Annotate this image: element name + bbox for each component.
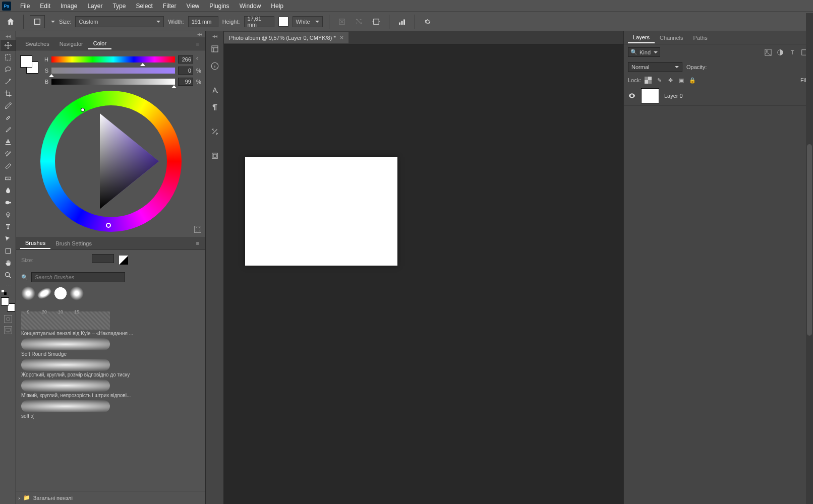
dodge-tool[interactable]: [1, 197, 16, 208]
tool-preset-button[interactable]: [30, 15, 45, 28]
hue-slider[interactable]: [51, 56, 175, 62]
lock-transparency-icon[interactable]: [644, 76, 652, 84]
paragraph-icon[interactable]: [207, 100, 222, 115]
document-tab[interactable]: Photo album @ 9,57% (Layer 0, CMYK/8) * …: [224, 32, 349, 43]
artboard-icon[interactable]: [207, 148, 222, 163]
bri-slider[interactable]: [51, 79, 175, 85]
blend-mode-dropdown[interactable]: Normal: [628, 62, 682, 72]
layers-tab[interactable]: Layers: [628, 32, 655, 43]
navigator-tab[interactable]: Navigator: [54, 39, 88, 49]
gear-icon[interactable]: [421, 15, 434, 28]
shape-tool[interactable]: [1, 245, 16, 257]
bri-value[interactable]: 99: [178, 78, 193, 86]
fill-dropdown[interactable]: White: [293, 16, 323, 27]
brush-list-item[interactable]: soft :(: [21, 400, 200, 419]
menu-type[interactable]: Type: [107, 1, 131, 12]
hand-tool[interactable]: [1, 258, 16, 269]
brush-list-item[interactable]: Soft Round Smudge: [21, 338, 200, 357]
lock-position-icon[interactable]: ✥: [666, 76, 674, 84]
history-brush-tool[interactable]: [1, 149, 16, 160]
character-icon[interactable]: [207, 83, 222, 98]
blur-tool[interactable]: [1, 185, 16, 196]
menu-plugins[interactable]: Plugins: [204, 1, 234, 12]
height-input[interactable]: 17,61 mm: [244, 16, 274, 27]
filter-adjust-icon[interactable]: [776, 48, 785, 57]
info-icon[interactable]: [207, 58, 222, 74]
zoom-tool[interactable]: [1, 270, 16, 281]
menu-filter[interactable]: Filter: [158, 1, 182, 12]
fill-color-swatch[interactable]: [278, 17, 288, 27]
brush-preset-thumb[interactable]: [21, 286, 35, 300]
layer-thumbnail[interactable]: [641, 88, 659, 103]
lock-artboard-icon[interactable]: ▣: [677, 76, 685, 84]
healing-tool[interactable]: [1, 112, 16, 123]
wand-tool[interactable]: [1, 76, 16, 87]
swatches-tab[interactable]: Swatches: [20, 39, 54, 49]
toolbar-collapse[interactable]: ◂◂: [0, 33, 16, 39]
color-wheel[interactable]: [40, 91, 182, 232]
expand-icon[interactable]: ⛶: [194, 226, 201, 233]
brush-list[interactable]: Концептуальні пензлі від Kyle – «Наклада…: [16, 309, 205, 491]
triangle-indicator[interactable]: [81, 108, 85, 112]
menu-layer[interactable]: Layer: [82, 1, 107, 12]
wheel-indicator[interactable]: [106, 223, 111, 228]
channels-tab[interactable]: Channels: [655, 33, 688, 43]
menu-view[interactable]: View: [181, 1, 204, 12]
stamp-tool[interactable]: [1, 137, 16, 148]
visibility-icon[interactable]: [628, 92, 636, 100]
brush-settings-tab[interactable]: Brush Settings: [50, 238, 97, 248]
brush-panel-menu-icon[interactable]: ≡: [194, 239, 201, 247]
paths-tab[interactable]: Paths: [688, 33, 713, 43]
brush-list-item[interactable]: Жорсткий, круглий, розмір відповідно до …: [21, 359, 200, 377]
crop-straighten-icon[interactable]: [353, 15, 366, 28]
path-tool[interactable]: [1, 233, 16, 244]
panel-color-swatches[interactable]: [20, 55, 38, 74]
brush-search-input[interactable]: Search Brushes: [31, 272, 125, 282]
menu-edit[interactable]: Edit: [35, 1, 55, 12]
tab-close-icon[interactable]: ×: [340, 34, 344, 41]
filter-kind-dropdown[interactable]: 🔍Kind: [628, 47, 660, 57]
brush-list-item[interactable]: М'який, круглий, непрозорість і штрих ві…: [21, 380, 200, 398]
filter-image-icon[interactable]: [764, 48, 773, 57]
tool-preset-dropdown[interactable]: [51, 21, 55, 23]
lasso-tool[interactable]: [1, 64, 16, 75]
crop-delete-icon[interactable]: [335, 15, 349, 28]
menu-window[interactable]: Window: [235, 1, 266, 12]
brush-list-item[interactable]: Концептуальні пензлі від Kyle – «Наклада…: [21, 311, 200, 336]
width-input[interactable]: 191 mm: [188, 16, 218, 27]
brush-preset-thumb[interactable]: [70, 286, 84, 300]
menu-image[interactable]: Image: [55, 1, 82, 12]
gradient-tool[interactable]: [1, 173, 16, 184]
pen-tool[interactable]: [1, 209, 16, 220]
color-swatches[interactable]: [1, 297, 15, 311]
vertical-scrollbar[interactable]: [806, 13, 813, 504]
new-brush-icon[interactable]: [119, 256, 128, 265]
hue-value[interactable]: 266: [178, 55, 193, 64]
quickmask-icon[interactable]: [4, 315, 12, 323]
lock-pixels-icon[interactable]: ✎: [655, 76, 663, 84]
brush-folder[interactable]: › 📁 Загальні пензлі: [16, 491, 205, 504]
sat-slider[interactable]: [51, 68, 175, 74]
menu-file[interactable]: File: [15, 1, 35, 12]
marquee-tool[interactable]: [1, 52, 16, 63]
move-tool[interactable]: [1, 40, 16, 51]
crop-tool[interactable]: [1, 88, 16, 99]
libraries-icon[interactable]: [207, 41, 222, 56]
layer-row[interactable]: Layer 0: [624, 86, 813, 106]
eraser-tool[interactable]: [1, 161, 16, 172]
sat-value[interactable]: 0: [178, 67, 193, 75]
brushes-tab[interactable]: Brushes: [20, 238, 50, 249]
brush-size-input[interactable]: [92, 254, 114, 263]
brush-preset-thumb[interactable]: [35, 284, 54, 303]
menu-help[interactable]: Help: [266, 1, 288, 12]
type-tool[interactable]: [1, 221, 16, 232]
size-preset-dropdown[interactable]: Custom: [75, 16, 164, 27]
crop-content-aware-icon[interactable]: [370, 15, 383, 28]
layer-name[interactable]: Layer 0: [664, 93, 683, 99]
menu-select[interactable]: Select: [131, 1, 157, 12]
color-tab[interactable]: Color: [88, 38, 111, 49]
align-icon[interactable]: [395, 15, 409, 28]
tools-panel-icon[interactable]: [207, 124, 222, 139]
brush-tool[interactable]: [1, 124, 16, 136]
lock-all-icon[interactable]: 🔒: [688, 76, 696, 84]
